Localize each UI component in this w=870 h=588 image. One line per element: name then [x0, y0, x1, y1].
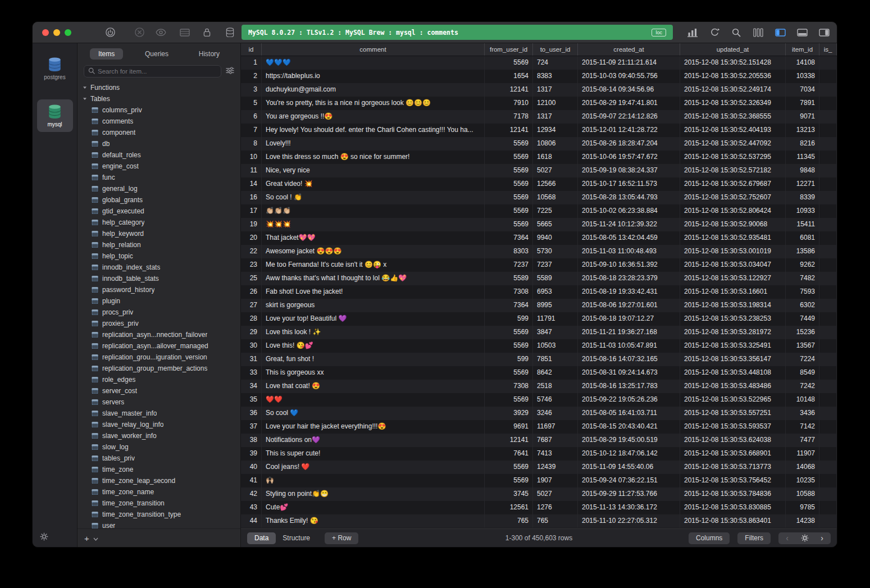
- cell-created_at[interactable]: 2015-08-14 09:34:56.96: [578, 83, 680, 97]
- cell-comment[interactable]: Love this dress so much 😍 so nice for su…: [262, 151, 485, 164]
- previous-page-button[interactable]: ‹: [778, 534, 796, 543]
- cell-is_[interactable]: [819, 151, 837, 164]
- page-settings-gear-icon[interactable]: [796, 534, 813, 542]
- cell-is_[interactable]: [819, 366, 837, 380]
- sidebar-table-item[interactable]: slave_worker_info: [78, 430, 240, 441]
- cell-item_id[interactable]: 7449: [786, 312, 819, 326]
- cell-comment[interactable]: Great, fun shot !: [262, 353, 485, 366]
- cell-from_user_id[interactable]: 5569: [485, 204, 533, 218]
- cell-created_at[interactable]: 2015-12-01 12:41:28.722: [578, 124, 680, 137]
- sidebar-table-item[interactable]: comments: [78, 116, 240, 127]
- sidebar-table-item[interactable]: time_zone_transition: [78, 498, 240, 509]
- cell-is_[interactable]: [819, 97, 837, 110]
- cell-to_user_id[interactable]: 9940: [533, 231, 578, 245]
- cell-created_at[interactable]: 2015-09-07 22:14:12.826: [578, 110, 680, 124]
- cell-id[interactable]: 25: [241, 272, 262, 285]
- cell-updated_at[interactable]: 2015-12-08 15:30:53.16601: [680, 285, 786, 299]
- sidebar-table-item[interactable]: user: [78, 520, 240, 528]
- table-row[interactable]: 1💙💙💙55697242015-11-09 21:11:21.6142015-1…: [241, 56, 837, 70]
- cell-item_id[interactable]: 7142: [786, 420, 819, 434]
- cell-from_user_id[interactable]: 5569: [485, 339, 533, 353]
- cell-item_id[interactable]: 9785: [786, 501, 819, 514]
- sidebar-table-item[interactable]: gtid_executed: [78, 206, 240, 217]
- cell-id[interactable]: 42: [241, 487, 262, 501]
- cell-created_at[interactable]: 2015-09-22 19:05:26.236: [578, 393, 680, 407]
- filters-button[interactable]: Filters: [737, 532, 771, 544]
- cell-updated_at[interactable]: 2015-12-08 15:30:53.756452: [680, 474, 786, 487]
- cell-comment[interactable]: Lovely!!!: [262, 137, 485, 151]
- cell-to_user_id[interactable]: 5027: [533, 487, 578, 501]
- cell-item_id[interactable]: 10148: [786, 393, 819, 407]
- cell-created_at[interactable]: 2015-08-18 23:28:23.379: [578, 272, 680, 285]
- cell-is_[interactable]: [819, 393, 837, 407]
- cell-to_user_id[interactable]: 12566: [533, 177, 578, 191]
- cell-from_user_id[interactable]: 12141: [485, 434, 533, 447]
- column-header-id[interactable]: id: [241, 43, 262, 56]
- table-row[interactable]: 25Aww thanks that's what I thought to lo…: [241, 272, 837, 285]
- cell-created_at[interactable]: 2015-10-12 18:47:06.142: [578, 447, 680, 461]
- cell-updated_at[interactable]: 2015-12-08 15:30:53.668901: [680, 447, 786, 461]
- cell-from_user_id[interactable]: 599: [485, 353, 533, 366]
- cell-updated_at[interactable]: 2015-12-08 15:30:53.001019: [680, 245, 786, 258]
- cell-id[interactable]: 22: [241, 245, 262, 258]
- cell-created_at[interactable]: 2015-10-02 06:23:38.884: [578, 204, 680, 218]
- cell-from_user_id[interactable]: 765: [485, 514, 533, 528]
- cell-updated_at[interactable]: 2015-12-08 15:30:52.404193: [680, 124, 786, 137]
- cell-from_user_id[interactable]: 7364: [485, 299, 533, 312]
- cell-is_[interactable]: [819, 218, 837, 231]
- cell-created_at[interactable]: 2015-08-16 14:07:32.165: [578, 353, 680, 366]
- cell-comment[interactable]: Notifications on💜: [262, 434, 485, 447]
- cell-comment[interactable]: So cool 💙: [262, 407, 485, 420]
- cell-updated_at[interactable]: 2015-12-08 15:30:52.90068: [680, 218, 786, 231]
- toggle-right-panel-icon[interactable]: [818, 26, 830, 39]
- cell-id[interactable]: 35: [241, 393, 262, 407]
- cell-item_id[interactable]: 15411: [786, 218, 819, 231]
- cell-item_id[interactable]: 13213: [786, 124, 819, 137]
- cell-is_[interactable]: [819, 312, 837, 326]
- cell-updated_at[interactable]: 2015-12-08 15:30:53.522965: [680, 393, 786, 407]
- table-row[interactable]: 16So cool ! 👏5569105682015-08-28 13:05:4…: [241, 191, 837, 204]
- cell-updated_at[interactable]: 2015-12-08 15:30:53.198314: [680, 299, 786, 312]
- sidebar-table-item[interactable]: tables_priv: [78, 453, 240, 464]
- cell-comment[interactable]: That jacket💖💖: [262, 231, 485, 245]
- cell-id[interactable]: 31: [241, 353, 262, 366]
- table-row[interactable]: 2https://tableplus.io165483832015-10-03 …: [241, 70, 837, 83]
- cell-id[interactable]: 36: [241, 407, 262, 420]
- cell-updated_at[interactable]: 2015-12-08 15:30:53.784836: [680, 487, 786, 501]
- cell-to_user_id[interactable]: 10806: [533, 137, 578, 151]
- table-row[interactable]: 43Cute💕1256112762015-11-13 14:30:36.1722…: [241, 501, 837, 514]
- cell-is_[interactable]: [819, 407, 837, 420]
- cell-id[interactable]: 14: [241, 177, 262, 191]
- cell-item_id[interactable]: 11907: [786, 447, 819, 461]
- cell-created_at[interactable]: 2015-11-24 10:12:39.322: [578, 218, 680, 231]
- cell-from_user_id[interactable]: 5569: [485, 56, 533, 70]
- cell-id[interactable]: 1: [241, 56, 262, 70]
- table-row[interactable]: 22Awesome jacket 😍😍😍830357302015-11-03 1…: [241, 245, 837, 258]
- cell-item_id[interactable]: 10588: [786, 487, 819, 501]
- column-header-from_user_id[interactable]: from_user_id: [485, 43, 533, 56]
- cell-from_user_id[interactable]: 5569: [485, 393, 533, 407]
- cell-to_user_id[interactable]: 5730: [533, 245, 578, 258]
- cell-item_id[interactable]: 8549: [786, 366, 819, 380]
- cell-from_user_id[interactable]: 7910: [485, 97, 533, 110]
- sidebar-table-item[interactable]: innodb_table_stats: [78, 273, 240, 284]
- cell-id[interactable]: 5: [241, 97, 262, 110]
- cell-comment[interactable]: skirt is gorgeous: [262, 299, 485, 312]
- cell-updated_at[interactable]: 2015-12-08 15:30:53.356147: [680, 353, 786, 366]
- sidebar-table-item[interactable]: help_topic: [78, 250, 240, 262]
- cell-to_user_id[interactable]: 8995: [533, 299, 578, 312]
- cell-id[interactable]: 40: [241, 461, 262, 474]
- cell-item_id[interactable]: 8216: [786, 137, 819, 151]
- cell-comment[interactable]: https://tableplus.io: [262, 70, 485, 83]
- cell-id[interactable]: 26: [241, 285, 262, 299]
- table-row[interactable]: 14Great video! 💥5569125662015-10-17 16:5…: [241, 177, 837, 191]
- cell-item_id[interactable]: 9262: [786, 258, 819, 272]
- cell-id[interactable]: 37: [241, 420, 262, 434]
- cell-created_at[interactable]: 2015-11-21 19:36:27.168: [578, 326, 680, 339]
- cell-item_id[interactable]: 14108: [786, 56, 819, 70]
- sidebar-table-item[interactable]: replication_asyn...nnection_failover: [78, 329, 240, 340]
- cell-created_at[interactable]: 2015-08-28 13:05:44.793: [578, 191, 680, 204]
- cell-from_user_id[interactable]: 7641: [485, 447, 533, 461]
- table-row[interactable]: 33This is gorgeous xx556986422015-08-31 …: [241, 366, 837, 380]
- cell-updated_at[interactable]: 2015-12-08 15:30:53.281972: [680, 326, 786, 339]
